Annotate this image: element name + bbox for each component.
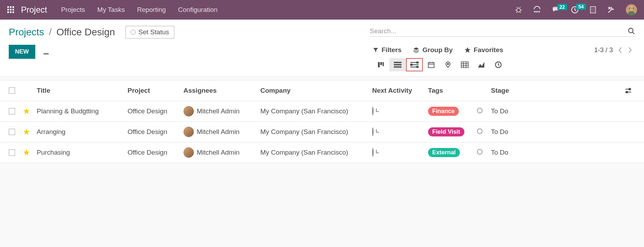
favorites-label: Favorites (474, 46, 503, 54)
breadcrumb-separator: / (49, 27, 52, 37)
activities-icon[interactable]: 54 (571, 6, 579, 14)
column-company[interactable]: Company (260, 87, 372, 94)
set-status-button[interactable]: Set Status (125, 26, 174, 38)
stage-status-icon[interactable] (477, 108, 483, 113)
star-icon[interactable]: ★ (23, 148, 30, 157)
svg-rect-3 (7, 9, 9, 10)
task-assignee[interactable]: Mitchell Admin (183, 127, 260, 137)
list-view-icon[interactable] (389, 58, 406, 71)
svg-rect-8 (13, 12, 14, 13)
nav-link-configuration[interactable]: Configuration (178, 6, 218, 14)
app-brand[interactable]: Project (21, 5, 47, 15)
svg-rect-6 (7, 12, 9, 13)
tools-icon[interactable] (607, 6, 615, 14)
assignee-avatar (183, 147, 194, 158)
assignee-name: Mitchell Admin (197, 107, 240, 115)
pager-text[interactable]: 1-3 / 3 (594, 46, 613, 54)
favorites-button[interactable]: Favorites (464, 46, 503, 54)
task-assignee[interactable]: Mitchell Admin (183, 147, 260, 158)
pivot-view-icon[interactable] (456, 58, 473, 71)
svg-rect-7 (10, 12, 12, 13)
nav-link-projects[interactable]: Projects (61, 6, 85, 14)
star-icon[interactable]: ★ (23, 127, 30, 136)
column-stage[interactable]: Stage (491, 87, 625, 94)
page-prev-icon[interactable] (618, 47, 623, 54)
column-tags[interactable]: Tags (428, 87, 477, 94)
task-stage[interactable]: To Do (491, 149, 625, 156)
task-tag[interactable]: Finance (428, 107, 459, 116)
task-title[interactable]: Planning & Budgtting (37, 107, 128, 115)
column-project[interactable]: Project (128, 87, 183, 94)
company-icon[interactable] (589, 6, 596, 14)
task-tag[interactable]: Field Visit (428, 127, 464, 136)
nav-link-reporting[interactable]: Reporting (137, 6, 166, 14)
svg-rect-32 (394, 64, 401, 65)
groupby-button[interactable]: Group By (413, 46, 453, 54)
download-icon[interactable] (42, 48, 50, 56)
svg-rect-40 (428, 63, 434, 68)
stage-status-icon[interactable] (477, 149, 483, 155)
task-project: Office Design (128, 107, 183, 115)
task-company: My Company (San Francisco) (260, 149, 372, 156)
bug-icon[interactable] (515, 6, 522, 14)
activity-view-icon[interactable] (490, 58, 507, 71)
svg-rect-33 (394, 66, 401, 68)
nav-links: Projects My Tasks Reporting Configuratio… (61, 6, 218, 14)
svg-point-12 (537, 12, 538, 12)
row-checkbox[interactable] (9, 149, 15, 156)
column-assignees[interactable]: Assignees (183, 87, 260, 94)
page-next-icon[interactable] (628, 47, 632, 54)
column-next-activity[interactable]: Next Activity (372, 87, 428, 94)
calendar-view-icon[interactable] (423, 58, 440, 71)
breadcrumb-current: Office Design (57, 27, 115, 37)
new-button[interactable]: NEW (9, 45, 35, 59)
nav-link-my-tasks[interactable]: My Tasks (97, 6, 125, 14)
filters-button[interactable]: Filters (372, 46, 401, 54)
messages-icon[interactable]: 22 (552, 6, 560, 14)
assignee-avatar (183, 106, 194, 117)
clock-icon[interactable] (372, 107, 374, 115)
row-checkbox[interactable] (9, 129, 15, 135)
svg-rect-0 (7, 6, 9, 8)
svg-point-54 (626, 91, 628, 93)
clock-icon[interactable] (372, 148, 374, 157)
clock-icon[interactable] (372, 127, 374, 136)
svg-rect-2 (13, 6, 14, 8)
task-stage[interactable]: To Do (491, 107, 625, 115)
svg-point-52 (629, 88, 631, 90)
search-icon[interactable] (628, 27, 635, 35)
svg-rect-28 (378, 62, 380, 68)
task-title[interactable]: Purchasing (37, 149, 128, 156)
apps-icon[interactable] (7, 6, 15, 14)
user-avatar[interactable] (626, 4, 637, 15)
search-input[interactable] (370, 26, 628, 36)
map-view-icon[interactable] (440, 58, 456, 71)
svg-rect-30 (383, 62, 384, 66)
table-row[interactable]: ★ Purchasing Office Design Mitchell Admi… (0, 142, 644, 163)
column-title[interactable]: Title (37, 87, 128, 94)
navbar-right: 22 54 (515, 4, 637, 15)
table-row[interactable]: ★ Arranging Office Design Mitchell Admin… (0, 122, 644, 142)
support-icon[interactable] (533, 6, 541, 14)
pager: 1-3 / 3 (594, 46, 632, 54)
task-tag[interactable]: External (428, 148, 460, 157)
column-options-icon[interactable] (625, 88, 635, 93)
breadcrumb-root[interactable]: Projects (9, 27, 44, 37)
set-status-label: Set Status (138, 28, 169, 36)
task-assignee[interactable]: Mitchell Admin (183, 106, 260, 117)
status-circle-icon (131, 30, 136, 35)
graph-view-icon[interactable] (473, 58, 490, 71)
task-title[interactable]: Arranging (37, 128, 128, 136)
kanban-view-icon[interactable] (372, 58, 389, 71)
star-icon[interactable]: ★ (23, 106, 30, 116)
svg-rect-15 (591, 7, 596, 13)
svg-rect-1 (10, 6, 12, 8)
row-checkbox[interactable] (9, 108, 15, 114)
gantt-view-icon[interactable] (406, 58, 423, 71)
task-stage[interactable]: To Do (491, 128, 625, 136)
select-all-checkbox[interactable] (9, 87, 15, 94)
stage-status-icon[interactable] (477, 128, 483, 134)
svg-rect-4 (10, 9, 12, 10)
table-row[interactable]: ★ Planning & Budgtting Office Design Mit… (0, 101, 644, 122)
task-project: Office Design (128, 149, 183, 156)
